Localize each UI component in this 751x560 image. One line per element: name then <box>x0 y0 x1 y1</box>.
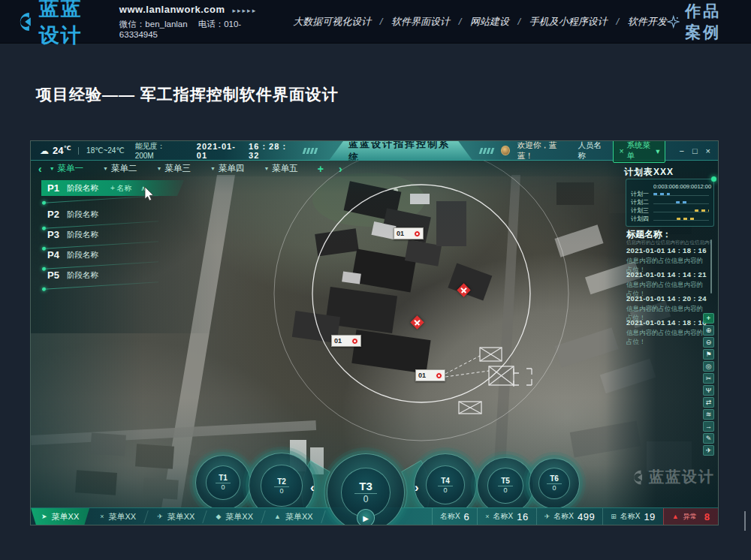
phase-item-p1[interactable]: P1 阶段名称 + 名称 ∧ <box>41 180 184 200</box>
phase-item-p3[interactable]: P3阶段名称 <box>41 227 184 245</box>
next-arrow[interactable]: › <box>339 163 342 175</box>
system-menu-button[interactable]: × 系统菜单 ▾ <box>613 140 665 163</box>
maximize-button[interactable]: □ <box>692 146 698 155</box>
counter-item: ⊞名称X19 <box>602 508 663 525</box>
tab-menu-3[interactable]: ▼菜单三 <box>157 163 191 174</box>
weather-widget: ☁ 24℃ <box>40 145 71 156</box>
map-point-label[interactable]: 01 <box>394 227 424 239</box>
zoom-out-icon[interactable]: ⊖ <box>703 337 714 348</box>
add-icon[interactable]: + <box>703 313 714 324</box>
bottom-tab-1[interactable]: ➤菜单XX <box>31 508 89 525</box>
status-counters: 名称X6 ×名称X16 ✈名称X499 ⊞名称X19 ▲异常8 <box>432 508 718 525</box>
bottom-tab-2[interactable]: ×菜单XX <box>89 508 146 525</box>
dial-button-t6[interactable]: T60 <box>529 458 580 509</box>
user-avatar[interactable] <box>501 146 510 155</box>
portfolio-label: 作品案例 <box>685 1 737 43</box>
person-name[interactable]: 人员名称 <box>578 140 605 161</box>
header-nav: 大数据可视化设计 / 软件界面设计 / 网站建设 / 手机及小程序设计 / 软件… <box>293 15 667 29</box>
website-link[interactable]: www.lanlanwork.com <box>119 4 225 15</box>
plan-gantt-panel[interactable]: 0:003:006:009:0012:00 计划一 计划二 计划三 计划四 <box>626 179 714 227</box>
gantt-time-axis: 0:003:006:009:0012:00 <box>653 183 709 190</box>
triangle-icon: ▲ <box>274 513 281 520</box>
route-icon[interactable]: ⇄ <box>703 397 714 408</box>
dial-button-t5[interactable]: T50 <box>477 457 534 514</box>
plane-icon: ✈ <box>157 513 163 520</box>
edit-icon[interactable]: ✎ <box>703 433 714 444</box>
map-point-label[interactable]: 01 <box>331 335 361 347</box>
portfolio-star-icon <box>667 13 680 31</box>
nav-item-software-ui[interactable]: 软件界面设计 <box>391 16 450 27</box>
time-label: 16 : 28 : 32 <box>249 142 296 160</box>
close-button[interactable]: × <box>706 146 710 155</box>
wechat-label: 微信：ben_lanlan <box>119 20 188 29</box>
nav-item-mobile[interactable]: 手机及小程序设计 <box>529 16 608 27</box>
temp-range: 18℃~24℃ <box>86 146 125 155</box>
minimize-button[interactable]: − <box>679 146 683 155</box>
cut-icon[interactable]: ✂ <box>703 373 714 384</box>
nav-item-dev[interactable]: 软件开发 <box>628 16 667 27</box>
log-scrollbar[interactable] <box>710 239 712 294</box>
counter-item: ✈名称X499 <box>536 508 602 525</box>
warning-icon: ▲ <box>672 513 679 520</box>
gantt-row-plan4: 计划四 <box>631 215 709 223</box>
arrows-decoration: ▸▸▸▸▸ <box>233 7 258 14</box>
phase-item-p5[interactable]: P5阶段名称 <box>41 268 184 286</box>
add-name-action[interactable]: + 名称 <box>110 183 132 194</box>
dial-next-button[interactable]: › <box>415 480 419 495</box>
temperature: 24℃ <box>53 145 71 156</box>
nav-separator: / <box>518 16 521 27</box>
lanlan-logo[interactable]: 蓝蓝设计 <box>14 0 103 49</box>
tab-menu-5[interactable]: ▼菜单五 <box>264 163 297 174</box>
dial-button-t1[interactable]: T10 <box>195 455 251 510</box>
map-point-label[interactable]: 01 <box>415 369 445 381</box>
antenna-icon[interactable]: Ψ <box>703 385 714 396</box>
dial-prev-button[interactable]: ‹ <box>310 480 315 495</box>
target-dot-icon <box>351 338 358 345</box>
target-dot-icon <box>436 372 442 379</box>
nav-separator: / <box>380 16 383 27</box>
tab-menu-1[interactable]: ▼菜单一 <box>50 163 83 174</box>
pointer-icon: ➤ <box>41 513 47 520</box>
truck-icon: ⊞ <box>611 513 617 520</box>
section-subtext: 信息内容的占位信息内容的占位信息内容的占位 <box>626 239 710 246</box>
add-menu-button[interactable]: + <box>318 163 324 175</box>
dial-play-button[interactable]: ▶ <box>357 509 375 525</box>
app-screenshot: ☁ 24℃ 18℃~24℃ 能见度：200M 2021-01-01 16 : 2… <box>30 140 719 525</box>
tab-menu-4[interactable]: ▼菜单四 <box>210 163 244 174</box>
nav-item-bigdata[interactable]: 大数据可视化设计 <box>293 16 371 27</box>
page-scrollbar[interactable] <box>744 511 746 531</box>
alert-badge[interactable]: ▲异常8 <box>663 508 718 525</box>
lanlan-logo-icon <box>629 469 645 486</box>
target-icon[interactable]: ◎ <box>703 361 714 372</box>
nav-separator: / <box>616 16 619 27</box>
forward-arrow-icon[interactable]: → <box>703 421 714 432</box>
zoom-in-icon[interactable]: ⊕ <box>703 325 714 336</box>
plan-table-title: 计划表XXX <box>624 166 674 179</box>
bottom-tab-5[interactable]: ▲菜单XX <box>264 508 324 525</box>
plane-icon[interactable]: ✈ <box>703 445 714 456</box>
bottom-tab-4[interactable]: ◆菜单XX <box>205 508 264 525</box>
chevron-down-icon: ▼ <box>103 166 108 171</box>
phase-item-p2[interactable]: P2阶段名称 <box>41 207 184 225</box>
phase-item-p4[interactable]: P4阶段名称 <box>41 248 184 266</box>
contact-block: www.lanlanwork.com▸▸▸▸▸ 微信：ben_lanlan电话：… <box>119 4 257 39</box>
chevron-down-icon: ▼ <box>157 166 162 171</box>
flag-icon[interactable]: ⚑ <box>703 349 714 360</box>
portfolio-button[interactable]: 作品案例 <box>667 1 737 43</box>
nav-item-website[interactable]: 网站建设 <box>470 16 509 27</box>
log-entry[interactable]: 2021-01-01 14 : 18 : 16信息内容的占位信息内容的占位！ <box>626 318 709 347</box>
welcome-text: 欢迎你，蓝蓝！ <box>517 140 566 161</box>
system-title-banner: 蓝蓝设计指挥控制系统 <box>329 141 472 161</box>
site-header: 蓝蓝设计 www.lanlanwork.com▸▸▸▸▸ 微信：ben_lanl… <box>0 0 751 44</box>
chevron-down-icon: ▼ <box>264 166 269 171</box>
app-topbar: ☁ 24℃ 18℃~24℃ 能见度：200M 2021-01-01 16 : 2… <box>31 141 718 161</box>
layers-icon[interactable]: ≋ <box>703 409 714 420</box>
divider <box>78 147 79 155</box>
bottom-tab-3[interactable]: ✈菜单XX <box>146 508 205 525</box>
tab-menu-2[interactable]: ▼菜单二 <box>103 163 137 174</box>
logo-text: 蓝蓝设计 <box>39 0 103 49</box>
page-title: 项目经验—— 军工指挥控制软件界面设计 <box>36 84 339 105</box>
prev-arrow[interactable]: ‹ <box>38 163 42 175</box>
lanlan-logo-icon <box>14 8 35 36</box>
counter-item: 名称X6 <box>432 508 477 525</box>
